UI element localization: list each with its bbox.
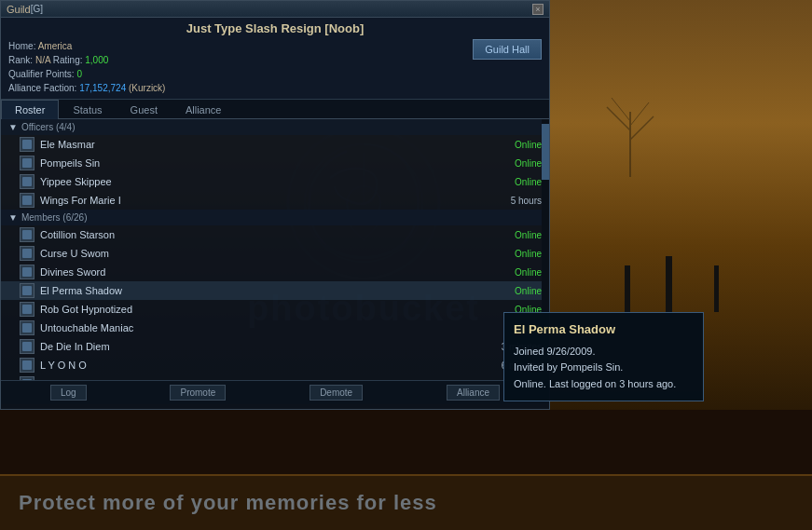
member-icon <box>20 174 34 189</box>
home-stat: Home: America <box>8 39 165 53</box>
list-item[interactable]: Yippee Skippee Online <box>1 172 549 191</box>
member-icon <box>20 246 34 261</box>
promote-button[interactable]: Promote <box>170 385 226 401</box>
member-name: De Die In Diem <box>40 341 486 352</box>
svg-line-2 <box>630 116 654 140</box>
tab-guest[interactable]: Guest <box>117 100 172 119</box>
member-status: Online <box>486 267 542 278</box>
member-icon <box>20 302 34 317</box>
list-item[interactable]: Ele Masmar Online <box>1 135 549 154</box>
member-status: Online <box>486 286 542 296</box>
list-item[interactable]: Rob Got Hypnotized Online <box>1 300 549 319</box>
member-icon <box>20 358 34 373</box>
guild-title-text: Guild <box>7 4 31 15</box>
figure-3 <box>714 265 719 312</box>
tab-status[interactable]: Status <box>59 100 116 119</box>
tab-roster[interactable]: Roster <box>1 100 59 119</box>
member-icon <box>20 137 34 152</box>
member-icon <box>20 339 34 354</box>
list-item[interactable]: Untouchable Maniac Online <box>1 319 549 337</box>
member-icon <box>20 227 34 242</box>
member-status: Online <box>486 177 542 187</box>
qualifier-stat: Qualifier Points: 0 <box>8 67 165 81</box>
list-item[interactable]: Cotillion Starson Online <box>1 225 549 244</box>
svg-line-1 <box>607 107 630 130</box>
members-section-header: ▼ Members (6/26) <box>1 210 549 225</box>
svg-rect-17 <box>22 323 32 333</box>
officers-section-header: ▼ Officers (4/4) <box>1 119 549 135</box>
member-status: Online <box>486 249 542 259</box>
svg-rect-10 <box>22 177 32 186</box>
list-item[interactable]: De Die In Diem 3 minutes <box>1 337 549 356</box>
tooltip-title: El Perma Shadow <box>514 320 694 340</box>
tooltip-panel: El Perma Shadow Joined 9/26/2009. Invite… <box>503 312 704 401</box>
members-label: Members (6/26) <box>21 212 88 223</box>
list-item[interactable]: El Perma Shadow Online <box>1 281 549 300</box>
tooltip-status: Online. Last logged on 3 hours ago. <box>514 376 694 393</box>
svg-rect-16 <box>22 305 32 314</box>
members-toggle[interactable]: ▼ <box>8 212 18 223</box>
alliance-stat: Alliance Faction: 17,152,724 (Kurzick) <box>8 81 165 95</box>
member-name: Pompeils Sin <box>40 157 486 169</box>
banner-text: Protect more of your memories for less <box>19 491 437 515</box>
member-name: Yippee Skippee <box>40 176 486 187</box>
guild-stats: Home: America Rank: N/A Rating: 1,000 Qu… <box>8 39 165 95</box>
svg-line-3 <box>612 98 630 121</box>
member-name: Cotillion Starson <box>40 229 486 240</box>
svg-rect-8 <box>22 140 32 149</box>
figure-1 <box>625 265 630 317</box>
svg-rect-19 <box>22 360 32 370</box>
svg-rect-9 <box>22 158 32 168</box>
svg-rect-20 <box>22 379 32 380</box>
svg-rect-14 <box>22 267 32 277</box>
member-name: Wings For Marie I <box>40 195 486 206</box>
guild-info-row: Home: America Rank: N/A Rating: 1,000 Qu… <box>8 39 542 95</box>
member-icon <box>20 376 34 380</box>
member-name: Rob Got Hypnotized <box>40 304 486 315</box>
member-icon <box>20 265 34 279</box>
member-name: Curse U Swom <box>40 248 486 259</box>
figure-2 <box>666 256 672 317</box>
svg-rect-15 <box>22 286 32 295</box>
list-item[interactable]: Curse U Swom Online <box>1 244 549 263</box>
list-item[interactable]: Divines Sword Online <box>1 263 549 281</box>
alliance-button[interactable]: Alliance <box>447 385 500 401</box>
log-button[interactable]: Log <box>50 385 87 401</box>
scrollbar-thumb[interactable] <box>542 124 549 180</box>
member-status: Online <box>486 230 542 240</box>
member-name: El Perma Shadow <box>40 285 486 296</box>
member-status: Online <box>486 140 542 150</box>
demote-button[interactable]: Demote <box>310 385 363 401</box>
officers-label: Officers (4/4) <box>21 122 76 132</box>
list-item[interactable]: L Y O N O 6 minutes <box>1 356 549 374</box>
guild-title-bar: Guild [G] × <box>1 1 549 18</box>
guild-hall-button[interactable]: Guild Hall <box>473 39 542 60</box>
guild-header: Just Type Slash Resign [Noob] Home: Amer… <box>1 18 549 100</box>
plant-decoration <box>593 56 667 177</box>
member-icon <box>20 320 34 335</box>
close-button[interactable]: × <box>532 4 544 15</box>
tooltip-invited: Invited by Pompeils Sin. <box>514 360 694 376</box>
member-list: ▼ Officers (4/4) Ele Masmar Online Pompe… <box>1 119 549 380</box>
bottom-buttons: Log Promote Demote Alliance <box>1 380 549 404</box>
member-status: 5 hours <box>486 196 542 206</box>
tab-alliance[interactable]: Alliance <box>172 100 236 119</box>
bottom-banner: Protect more of your memories for less <box>0 474 812 530</box>
member-name: L Y O N O <box>40 360 486 371</box>
guild-panel: Guild [G] × Just Type Slash Resign [Noob… <box>0 0 550 410</box>
tooltip-joined: Joined 9/26/2009. <box>514 344 694 360</box>
rank-stat: Rank: N/A Rating: 1,000 <box>8 53 165 67</box>
member-status: Online <box>486 158 542 169</box>
list-item[interactable]: Pompeils Sin Online <box>1 154 549 172</box>
member-icon <box>20 283 34 298</box>
list-item[interactable]: Luca Firestorm 1 hour <box>1 374 549 380</box>
svg-line-4 <box>630 102 649 126</box>
member-name: Ele Masmar <box>40 139 486 150</box>
member-name: Luca Firestorm <box>40 378 486 380</box>
member-icon <box>20 156 34 170</box>
tab-bar: Roster Status Guest Alliance <box>1 100 549 119</box>
member-icon <box>20 193 34 208</box>
officers-toggle[interactable]: ▼ <box>8 122 18 132</box>
list-item[interactable]: Wings For Marie I 5 hours <box>1 191 549 210</box>
member-name: Divines Sword <box>40 266 486 278</box>
